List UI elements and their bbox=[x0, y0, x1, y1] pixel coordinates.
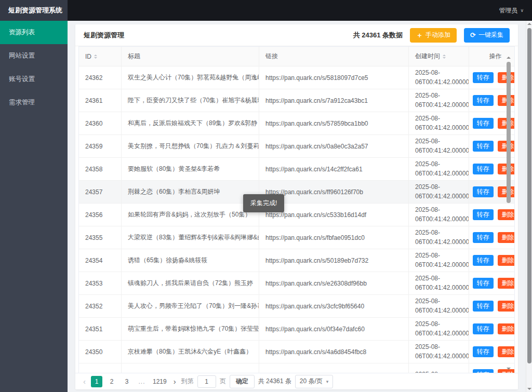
scrollbar-thumb[interactable] bbox=[507, 62, 511, 203]
column-header-id[interactable]: ID bbox=[79, 47, 122, 66]
column-header-title: 标题 bbox=[122, 47, 259, 66]
sidebar-item[interactable]: 网站设置 bbox=[0, 44, 68, 67]
table-row: 2025-08-转存删除 bbox=[79, 363, 514, 373]
save-button[interactable]: 转存 bbox=[473, 323, 494, 334]
row-title-cell: 美人攻心，男频帝王沦陷了（70集）刘一隆&孙霭璐 bbox=[122, 295, 259, 318]
table-scrollbar[interactable] bbox=[506, 55, 511, 372]
resource-card: 短剧资源管理 共 24361 条数据 ＋ 手动添加 ⟳ 一键采集 bbox=[75, 24, 518, 389]
scroll-down-icon[interactable] bbox=[507, 368, 511, 372]
row-created-cell: 2025-08-06T00:41:42.000000Z bbox=[409, 66, 469, 89]
scroll-down-icon[interactable] bbox=[527, 388, 531, 392]
row-id-cell: 24352 bbox=[79, 295, 122, 318]
app-window: 短剧资源管理系统 资源列表网站设置账号设置需求管理 管理员 ∨ 短剧资源管理 共… bbox=[0, 0, 532, 392]
table-row: 24350京枝难攀（80集）王凯沐&六金yE（叶鑫鑫）https://pan.q… bbox=[79, 341, 514, 363]
save-button[interactable]: 转存 bbox=[473, 255, 494, 265]
save-button[interactable]: 转存 bbox=[473, 232, 494, 242]
sort-icon[interactable] bbox=[94, 53, 97, 60]
table-row: 24354诱猎（65集）徐扬淼&姚筱筱https://pan.quark.cn/… bbox=[79, 249, 514, 272]
chevron-down-icon: ▾ bbox=[326, 379, 329, 384]
row-id-cell bbox=[79, 363, 122, 373]
row-title-cell: 要她服软（80集）黄圣桀&李若希 bbox=[122, 158, 259, 181]
table-row: 24359美女别撩，哥只想挣钱（70集）孔垚力＆刘蔓莉&千文https://pa… bbox=[79, 135, 514, 158]
resource-table: ID 标题 链接 创建时间 操作 bbox=[78, 46, 515, 373]
row-title-cell: 诱猎（65集）徐扬淼&姚筱筱 bbox=[122, 249, 259, 272]
row-link-cell bbox=[259, 363, 409, 373]
manual-add-button[interactable]: ＋ 手动添加 bbox=[410, 28, 457, 43]
row-title-cell: 双生之美人心计（70集）郭茗苑&越野兔（周逸峰）&姜云宁 bbox=[122, 66, 259, 89]
table-row: 24360和离后，反派后娘福戏天下（89集）罗欢&郭静https://pan.q… bbox=[79, 112, 514, 135]
row-link-cell: https://pan.quark.cn/s/50189eb7d732 bbox=[259, 249, 409, 272]
row-id-cell: 24358 bbox=[79, 158, 122, 181]
page-button[interactable]: 2 bbox=[106, 376, 117, 387]
row-id-cell: 24362 bbox=[79, 66, 122, 89]
goto-suffix-label: 页 bbox=[220, 377, 226, 386]
row-created-cell: 2025-08-06T00:41:42.000000Z bbox=[409, 112, 469, 135]
save-button[interactable]: 转存 bbox=[473, 369, 494, 373]
total-count-text: 共 24361 条数据 bbox=[353, 31, 403, 40]
collect-label: 一键采集 bbox=[478, 31, 503, 39]
row-created-cell: 2025-08-06T00:41:42.000000Z bbox=[409, 226, 469, 249]
save-button[interactable]: 转存 bbox=[473, 141, 494, 151]
row-title-cell: 大梁双逆（83集）董绍辉&李钊&索菲&阎琳娜&曲奇 bbox=[122, 226, 259, 249]
row-created-cell: 2025-08-06T00:41:42.000000Z bbox=[409, 204, 469, 226]
table-row: 24356如果轮回有声音&妈妈，这次别放手（50集）https://pan.qu… bbox=[79, 204, 514, 226]
row-link-cell: https://pan.quark.cn/s/fbfae0951dc0 bbox=[259, 226, 409, 249]
sort-icon[interactable] bbox=[443, 53, 446, 60]
toast-message: 采集完成! bbox=[243, 194, 284, 212]
goto-confirm-button[interactable]: 确定 bbox=[230, 375, 255, 388]
column-header-link: 链接 bbox=[259, 47, 409, 66]
save-button[interactable]: 转存 bbox=[473, 72, 494, 83]
next-page-icon[interactable]: › bbox=[172, 377, 178, 386]
scrollbar-thumb[interactable] bbox=[527, 28, 531, 363]
scroll-up-icon[interactable] bbox=[527, 21, 531, 25]
save-button[interactable]: 转存 bbox=[473, 209, 494, 220]
sidebar-item[interactable]: 资源列表 bbox=[0, 21, 68, 44]
user-label: 管理员 bbox=[499, 6, 517, 15]
row-title-cell: 京枝难攀（80集）王凯沐&六金yE（叶鑫鑫） bbox=[122, 341, 259, 363]
row-title-cell: 如果轮回有声音&妈妈，这次别放手（50集） bbox=[122, 204, 259, 226]
row-created-cell: 2025-08-06T00:41:42.000000Z bbox=[409, 318, 469, 341]
table-row: 24351萌宝重生后，带着妈咪惊艳九零（70集）张莹莹https://pan.q… bbox=[79, 318, 514, 341]
table-row: 24355大梁双逆（83集）董绍辉&李钊&索菲&阎琳娜&曲奇https://pa… bbox=[79, 226, 514, 249]
row-title-cell: 陛下，臣妾的刀又快了些（70集）崔旭宇&杨晨璐 bbox=[122, 89, 259, 112]
page-scrollbar[interactable] bbox=[526, 21, 532, 392]
save-button[interactable]: 转存 bbox=[473, 278, 494, 288]
row-id-cell: 24351 bbox=[79, 318, 122, 341]
sidebar-item[interactable]: 需求管理 bbox=[0, 91, 68, 114]
row-link-cell: https://pan.quark.cn/s/e26308df96bb bbox=[259, 272, 409, 295]
prev-page-icon[interactable]: ‹ bbox=[82, 377, 87, 386]
row-link-cell: https://pan.quark.cn/s/7a912ca43bc1 bbox=[259, 89, 409, 112]
row-id-cell: 24353 bbox=[79, 272, 122, 295]
row-id-cell: 24357 bbox=[79, 181, 122, 204]
save-button[interactable]: 转存 bbox=[473, 95, 494, 105]
row-title-cell: 美女别撩，哥只想挣钱（70集）孔垚力＆刘蔓莉&千文 bbox=[122, 135, 259, 158]
scroll-up-icon[interactable] bbox=[507, 55, 511, 59]
page-ellipsis: ... bbox=[136, 376, 148, 387]
page-button[interactable]: 3 bbox=[121, 376, 132, 387]
column-header-created[interactable]: 创建时间 bbox=[409, 47, 469, 66]
page-button[interactable]: 1 bbox=[91, 376, 102, 387]
one-click-collect-button[interactable]: ⟳ 一键采集 bbox=[464, 28, 510, 43]
table-row: 24358要她服软（80集）黄圣桀&李若希https://pan.quark.c… bbox=[79, 158, 514, 181]
row-created-cell: 2025-08-06T00:41:42.000000Z bbox=[409, 295, 469, 318]
sidebar-item[interactable]: 账号设置 bbox=[0, 67, 68, 91]
save-button[interactable]: 转存 bbox=[473, 118, 494, 128]
row-id-cell: 24359 bbox=[79, 135, 122, 158]
page-size-select[interactable]: 20 条/页 ▾ bbox=[295, 375, 334, 388]
save-button[interactable]: 转存 bbox=[473, 346, 494, 357]
card-header-actions: 共 24361 条数据 ＋ 手动添加 ⟳ 一键采集 bbox=[353, 28, 510, 43]
user-menu[interactable]: 管理员 ∨ bbox=[499, 6, 524, 15]
row-link-cell: https://pan.quark.cn/s/4a6d8454fbc8 bbox=[259, 341, 409, 363]
table-row: 24362双生之美人心计（70集）郭茗苑&越野兔（周逸峰）&姜云宁https:/… bbox=[79, 66, 514, 89]
row-created-cell: 2025-08- bbox=[409, 363, 469, 373]
page-button[interactable]: 1219 bbox=[151, 376, 168, 387]
row-title-cell: 镇魂赊刀人，抓我后果请自负（72集）熊玉婷 bbox=[122, 272, 259, 295]
save-button[interactable]: 转存 bbox=[473, 186, 494, 197]
row-link-cell: https://pan.quark.cn/s/14c2ff2fca61 bbox=[259, 158, 409, 181]
table-header-row: ID 标题 链接 创建时间 操作 bbox=[79, 47, 514, 66]
row-id-cell: 24355 bbox=[79, 226, 122, 249]
save-button[interactable]: 转存 bbox=[473, 301, 494, 311]
save-button[interactable]: 转存 bbox=[473, 164, 494, 174]
row-created-cell: 2025-08-06T00:41:42.000000Z bbox=[409, 181, 469, 204]
goto-page-input[interactable] bbox=[197, 375, 216, 388]
